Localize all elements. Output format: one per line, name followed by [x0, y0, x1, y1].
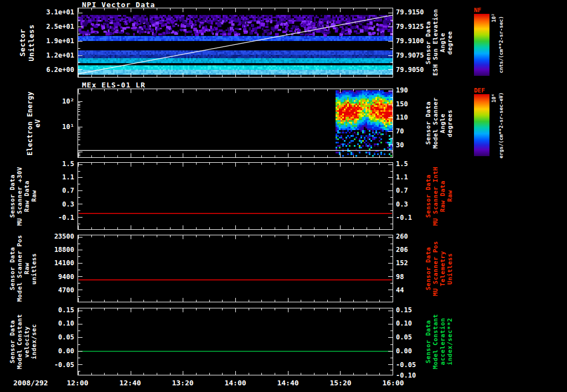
y-tick-label-right: 0.10 — [396, 319, 428, 327]
y-tick-label-left: 1.2e+01 — [30, 51, 74, 59]
left-label-line: Sector — [18, 29, 27, 56]
y-tick-label-right: -0.1 — [396, 214, 428, 221]
y-tick-label-right: 206 — [396, 246, 428, 254]
panel-plot-area-0 — [78, 8, 393, 78]
y-tick-label-right: 1.1 — [396, 173, 428, 181]
y-tick-label-right: 79.9075 — [396, 51, 428, 59]
y-tick-label-left: 0.10 — [30, 319, 74, 327]
y-tick-label-left: 0.3 — [30, 200, 74, 208]
right-label-line: ESH Sun Elevation — [432, 9, 439, 76]
y-tick-label-left: 0.00 — [30, 347, 74, 355]
colorbar-nf-title: NF — [474, 7, 481, 14]
right-label-line: Raw — [446, 190, 453, 202]
y-tick-label-right: 1.5 — [396, 160, 428, 168]
panel-canvas-2 — [78, 163, 393, 229]
y-tick-label-left: 4700 — [30, 286, 74, 294]
y-tick-label-left: 3.1e+01 — [30, 8, 74, 16]
panel-title-mex-els-01-lr: MEx ELS-01 LR — [82, 81, 146, 89]
right-label-line: MU Scanner IntH — [432, 167, 439, 226]
colorbar-def-gradient — [474, 94, 489, 156]
x-tick-label: 13:20 — [164, 379, 202, 387]
y-tick-label-right: 110 — [396, 114, 428, 121]
y-tick-label-right: 79.9100 — [396, 37, 428, 45]
x-tick-label: 12:40 — [111, 379, 149, 387]
colorbar-def-title: DEF — [474, 87, 485, 94]
left-label-line: Sensor Data — [9, 174, 16, 218]
y-tick-label-left: 1.5 — [30, 160, 74, 168]
panel-plot-area-4 — [78, 308, 393, 375]
x-tick-label: 15:20 — [322, 379, 359, 387]
spectrogram-figure: NPI Vector Data MEx ELS-01 LR 2008/292 N… — [0, 0, 567, 392]
y-tick-label-right: 79.9150 — [396, 8, 428, 16]
y-tick-label-right: 30 — [396, 141, 428, 149]
left-label-line: Sensor Data — [9, 320, 16, 363]
left-label-line: Sensor Data — [9, 247, 16, 290]
y-tick-label-left: -0.1 — [30, 214, 74, 221]
right-label-line: Model Scanner — [432, 97, 439, 149]
y-tick-label-right: 0.05 — [396, 333, 428, 341]
colorbar-nf-gradient — [474, 14, 489, 76]
panel-canvas-0 — [78, 8, 393, 77]
y-tick-label-right: 0.7 — [396, 187, 428, 194]
right-label-line: degrees — [446, 110, 453, 137]
y-tick-label-right: 150 — [396, 100, 428, 108]
right-label-line: Telemetry — [439, 251, 446, 286]
y-tick-label-left: 0.7 — [30, 187, 74, 194]
x-tick-label: 16:00 — [374, 379, 412, 387]
y-tick-label-left: 1.1 — [30, 173, 74, 181]
y-tick-label-left: 10¹ — [30, 123, 74, 131]
right-label-line: MU Scanner Pos — [432, 241, 439, 296]
panel-canvas-3 — [78, 235, 393, 302]
panel-canvas-4 — [78, 308, 393, 375]
right-label-line: Model Constant — [432, 314, 439, 369]
panel-canvas-1 — [78, 89, 393, 157]
y-tick-label-right: 260 — [396, 233, 428, 240]
x-axis-date-label: 2008/292 — [13, 379, 48, 387]
colorbar-nf-units-label: cnts/(cm**2-sr-sec) — [498, 11, 504, 79]
colorbar-def-top-tick-label: 10⁴ — [491, 94, 497, 102]
left-label-line: Model Scanner Pos — [16, 235, 23, 302]
y-tick-label-right: 70 — [396, 127, 428, 135]
colorbar-nf-top-tick-label: 10² — [491, 13, 497, 22]
y-tick-label-left: 9400 — [30, 273, 74, 281]
right-label-line: Raw Data — [439, 180, 446, 212]
right-label-line: degree — [446, 31, 453, 55]
y-tick-label-left: 2.5e+01 — [30, 23, 74, 30]
y-tick-label-right: 98 — [396, 273, 428, 281]
right-label-line: Unitless — [446, 253, 453, 285]
y-tick-label-right: 152 — [396, 259, 428, 267]
right-label-line: Angle — [439, 33, 446, 53]
y-tick-label-right: 0.00 — [396, 347, 428, 355]
panel-plot-area-2 — [78, 162, 393, 230]
colorbar-def: DEF 10⁴ ergs/(cm**2-sr-sec-eV) — [473, 87, 567, 162]
right-label-line: index/sec**2 — [446, 318, 453, 365]
y-tick-label-left: 0.15 — [30, 306, 74, 314]
right-label-line: Sensor Data — [425, 101, 432, 145]
y-tick-label-right: -0.10 — [396, 372, 428, 379]
right-label-line: acceleration — [439, 318, 446, 365]
colorbar-def-units-label: ergs/(cm**2-sr-sec-eV) — [498, 91, 504, 159]
y-tick-label-right: 44 — [396, 286, 428, 294]
y-tick-label-left: 14100 — [30, 259, 74, 267]
y-tick-label-left: 6.2e+00 — [30, 66, 74, 74]
y-tick-label-right: 190 — [396, 86, 428, 94]
y-tick-label-right: 0.15 — [396, 306, 428, 314]
y-tick-label-left: 10² — [30, 97, 74, 105]
y-tick-label-left: 1.9e+01 — [30, 37, 74, 45]
y-tick-label-left: -0.05 — [30, 361, 74, 369]
colorbar-nf: NF 10² cnts/(cm**2-sr-sec) — [473, 7, 567, 82]
y-tick-label-right: 79.9050 — [396, 66, 428, 74]
panel-plot-area-1 — [78, 89, 393, 158]
y-tick-label-left: 18800 — [30, 246, 74, 254]
y-tick-label-left: 0.05 — [30, 333, 74, 341]
panel-plot-area-3 — [78, 235, 393, 302]
left-label-line: Model Constant — [16, 314, 23, 369]
left-label-line: MU Scanner +30V — [16, 167, 23, 226]
right-label-line: Angle — [439, 114, 446, 133]
x-tick-label: 12:00 — [59, 379, 96, 387]
x-tick-label: 14:00 — [217, 379, 254, 387]
y-tick-label-right: 0.3 — [396, 200, 428, 208]
x-tick-label: 14:40 — [269, 379, 307, 387]
y-tick-label-right: 79.9125 — [396, 23, 428, 30]
y-tick-label-left: 23500 — [30, 233, 74, 240]
